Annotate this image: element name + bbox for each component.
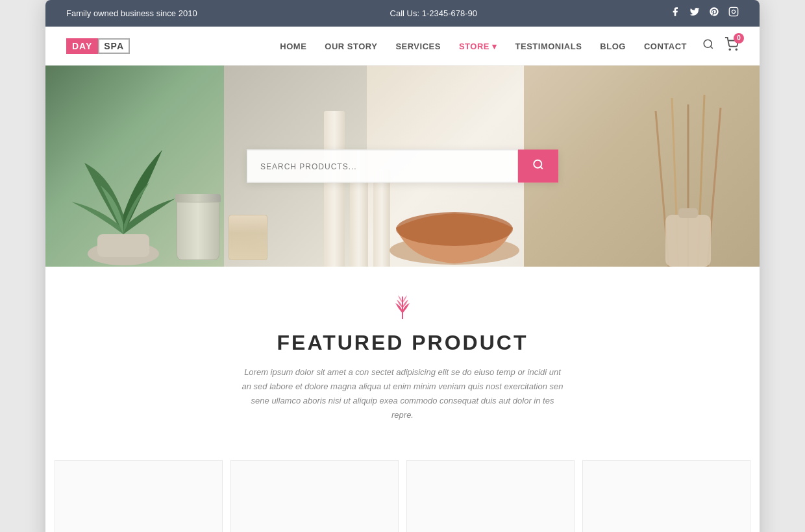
nav-icons: 0 [702,37,739,55]
svg-line-19 [540,167,542,169]
main-nav: DAYSPA HOME OUR STORY SERVICES STORE ▾ T… [45,27,760,66]
svg-point-4 [729,49,730,50]
svg-point-18 [534,160,541,168]
twitter-icon[interactable] [689,6,700,20]
logo-day: DAY [66,38,98,54]
search-button[interactable] [702,38,714,53]
browser-frame: Family owned business since 2010 Call Us… [45,0,760,532]
nav-item-services[interactable]: SERVICES [395,40,441,52]
nav-link-testimonials[interactable]: TESTIMONIALS [515,42,582,51]
hero-section [45,66,760,267]
pinterest-icon[interactable] [709,6,719,20]
featured-section: FEATURED PRODUCT Lorem ipsum dolor sit a… [45,267,760,456]
product-grid [45,456,760,532]
product-card-4[interactable] [582,460,750,532]
featured-title: FEATURED PRODUCT [71,331,734,355]
svg-point-9 [396,212,513,246]
svg-point-2 [704,40,712,47]
svg-rect-16 [665,215,711,267]
hero-search-bar [247,150,558,183]
cart-count: 0 [734,33,744,43]
hero-bowl [383,176,526,267]
nav-link-store[interactable]: STORE ▾ [459,42,497,51]
product-card-3[interactable] [406,460,575,532]
jar-grain [229,215,267,260]
nav-link-contact[interactable]: CONTACT [644,42,687,51]
hero-plant-decoration [65,85,182,267]
jar-metal [175,194,221,260]
candle-tall [324,111,345,267]
svg-rect-17 [678,208,698,218]
logo-spa: SPA [98,38,130,54]
svg-line-3 [710,46,712,48]
featured-description: Lorem ipsum dolor sit amet a con sectet … [240,365,565,422]
top-bar-phone: Call Us: 1-2345-678-90 [390,8,477,18]
nav-item-home[interactable]: HOME [280,40,306,52]
nav-item-store[interactable]: STORE ▾ [459,40,497,52]
nav-item-testimonials[interactable]: TESTIMONIALS [515,40,582,52]
search-input[interactable] [247,150,518,183]
svg-rect-7 [97,234,149,257]
nav-item-blog[interactable]: BLOG [600,40,626,52]
site-logo[interactable]: DAYSPA [66,38,130,54]
featured-icon [71,290,734,326]
svg-point-5 [736,49,737,50]
nav-link-home[interactable]: HOME [280,42,306,51]
instagram-icon[interactable] [728,6,739,20]
nav-item-our-story[interactable]: OUR STORY [325,40,377,52]
search-submit-button[interactable] [518,150,558,183]
product-card-2[interactable] [230,460,399,532]
top-bar: Family owned business since 2010 Call Us… [45,0,760,27]
top-bar-business: Family owned business since 2010 [66,8,197,18]
nav-item-contact[interactable]: CONTACT [644,40,687,52]
top-bar-social [670,6,739,20]
nav-links: HOME OUR STORY SERVICES STORE ▾ TESTIMON… [280,40,687,52]
cart-button[interactable]: 0 [724,37,739,55]
hero-jars [175,194,267,260]
nav-link-blog[interactable]: BLOG [600,42,626,51]
hero-reed-diffuser [649,85,727,267]
nav-link-our-story[interactable]: OUR STORY [325,42,377,51]
svg-rect-0 [729,7,737,16]
nav-link-services[interactable]: SERVICES [395,42,441,51]
facebook-icon[interactable] [670,6,680,20]
product-card-1[interactable] [55,460,223,532]
